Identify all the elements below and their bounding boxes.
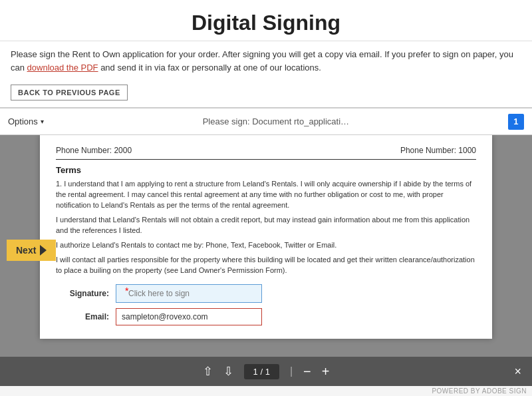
page-header: Digital Signing <box>0 0 532 41</box>
signature-placeholder: Click here to sign <box>128 289 190 298</box>
signature-row: Signature: * Click here to sign <box>56 284 476 303</box>
phone-left: Phone Number: 2000 <box>56 146 132 155</box>
chevron-down-icon: ▾ <box>41 118 44 125</box>
description-bar: Please sign the Rent to Own application … <box>0 41 532 81</box>
terms-para-2: I understand that Leland's Rentals will … <box>56 215 476 236</box>
powered-by-text: POWERED BY Adobe Sign <box>432 387 527 395</box>
terms-para-1: 1. I understand that I am applying to re… <box>56 179 476 211</box>
next-label-text: Next <box>16 245 36 256</box>
required-star: * <box>125 286 128 296</box>
close-button[interactable]: × <box>514 365 521 379</box>
terms-title: Terms <box>56 165 476 175</box>
sign-toolbar: Options ▾ Please sign: Document rto_appl… <box>0 108 532 135</box>
page-badge: 1 <box>508 114 524 130</box>
back-button[interactable]: Back to Previous Page <box>11 85 128 100</box>
page-total: 1 <box>265 367 270 377</box>
document-page: Phone Number: 2000 Phone Number: 1000 Te… <box>40 135 492 339</box>
terms-body: 1. I understand that I am applying to re… <box>56 179 476 276</box>
page-current: 1 <box>253 367 258 377</box>
phone-right: Phone Number: 1000 <box>400 146 476 155</box>
download-pdf-link[interactable]: download the PDF <box>27 63 98 73</box>
document-area: Next Phone Number: 2000 Phone Number: 10… <box>0 135 532 357</box>
page-title: Digital Signing <box>0 11 532 35</box>
zoom-in-button[interactable]: + <box>322 364 330 379</box>
email-row: Email: sampleton@rovexo.com <box>56 308 476 325</box>
signature-field[interactable]: * Click here to sign <box>116 284 262 303</box>
back-bar: Back to Previous Page <box>0 81 532 108</box>
scroll-down-button[interactable]: ⇩ <box>223 364 233 379</box>
description-text-after: and send it in via fax or personally at … <box>98 63 321 73</box>
options-label: Options <box>8 116 38 126</box>
email-label: Email: <box>56 312 109 321</box>
next-button[interactable]: Next <box>7 240 56 261</box>
signature-label: Signature: <box>56 289 109 298</box>
adobe-sign-footer: POWERED BY Adobe Sign <box>0 386 532 396</box>
bottom-bar: ⇧ ⇩ 1 / 1 | − + × <box>0 357 532 386</box>
email-field[interactable]: sampleton@rovexo.com <box>116 308 262 325</box>
page-separator: / <box>260 367 265 377</box>
email-value: sampleton@rovexo.com <box>122 312 208 321</box>
terms-para-4: I will contact all parties responsible f… <box>56 255 476 276</box>
document-title: Please sign: Document rto_applicati… <box>203 116 349 126</box>
options-dropdown[interactable]: Options ▾ <box>8 116 44 126</box>
zoom-out-button[interactable]: − <box>303 364 311 379</box>
page-indicator: 1 / 1 <box>244 364 279 379</box>
divider: | <box>290 365 293 377</box>
doc-phone-row: Phone Number: 2000 Phone Number: 1000 <box>56 146 476 160</box>
terms-para-3: I authorize Leland's Rentals to contact … <box>56 240 476 251</box>
arrow-icon <box>40 245 47 256</box>
scroll-up-button[interactable]: ⇧ <box>203 364 213 379</box>
